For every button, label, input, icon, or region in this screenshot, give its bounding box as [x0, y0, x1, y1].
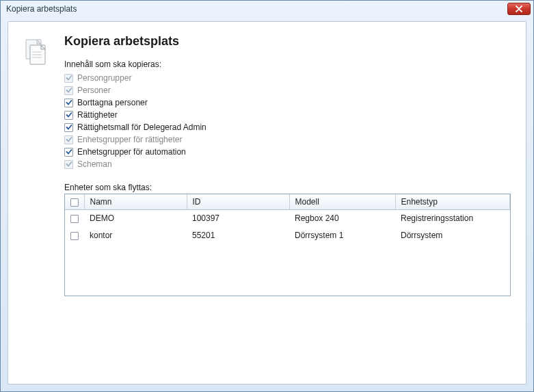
content-column: Kopiera arbetsplats Innehåll som ska kop…: [64, 34, 511, 296]
copy-option-label: Enhetsgrupper för rättigheter: [77, 135, 182, 144]
check-icon: [66, 99, 72, 106]
dialog-window: Kopiera arbetsplats Kopiera arb: [0, 0, 534, 392]
cell-id: 100397: [187, 210, 289, 227]
copy-option-label: Personer: [77, 86, 111, 95]
row-select-cell[interactable]: [65, 227, 84, 244]
copy-documents-icon: [19, 36, 52, 68]
col-name[interactable]: Namn: [84, 194, 187, 210]
copy-option-item: Persongrupper: [64, 72, 511, 84]
close-button[interactable]: [507, 3, 531, 15]
copy-option-label: Scheman: [77, 159, 112, 169]
check-icon: [66, 136, 72, 143]
copy-option-checkbox[interactable]: [64, 123, 73, 132]
main-panel: Kopiera arbetsplats Innehåll som ska kop…: [8, 21, 526, 384]
table-row[interactable]: kontor55201Dörrsystem 1Dörrsystem: [65, 227, 510, 244]
table-row[interactable]: DEMO100397Regbox 240Registreringsstation: [65, 210, 510, 227]
check-icon: [66, 112, 72, 118]
copy-option-label: Rättighetsmall för Delegerad Admin: [77, 122, 206, 132]
copy-option-item: Scheman: [64, 158, 511, 170]
window-title: Kopiera arbetsplats: [6, 4, 77, 14]
check-icon: [66, 75, 72, 81]
copy-option-item: Enhetsgrupper för automation: [64, 146, 511, 158]
copy-option-item: Rättigheter: [64, 109, 511, 121]
copy-option-item: Personer: [64, 84, 511, 96]
copy-option-label: Rättigheter: [77, 110, 118, 120]
copy-option-checkbox[interactable]: [64, 111, 73, 120]
col-type[interactable]: Enhetstyp: [395, 194, 510, 210]
devices-table: Namn ID Modell Enhetstyp DEMO100397Regbo…: [65, 194, 510, 244]
check-icon: [66, 87, 72, 94]
col-id[interactable]: ID: [187, 194, 289, 210]
cell-model: Regbox 240: [289, 210, 395, 227]
check-icon: [66, 148, 72, 155]
row-checkbox[interactable]: [70, 215, 79, 223]
cell-model: Dörrsystem 1: [289, 227, 395, 244]
devices-section-label: Enheter som ska flyttas:: [64, 183, 511, 192]
row-checkbox[interactable]: [70, 232, 79, 240]
copy-section-label: Innehåll som ska kopieras:: [64, 60, 511, 69]
col-model[interactable]: Modell: [289, 194, 395, 210]
devices-table-wrap: Namn ID Modell Enhetstyp DEMO100397Regbo…: [64, 194, 511, 296]
copy-option-checkbox[interactable]: [64, 148, 73, 157]
table-header-row: Namn ID Modell Enhetstyp: [65, 194, 510, 210]
copy-options-list: PersongrupperPersonerBorttagna personerR…: [64, 72, 511, 170]
select-all-header[interactable]: [65, 194, 84, 210]
titlebar: Kopiera arbetsplats: [1, 1, 533, 17]
header-row: Kopiera arbetsplats Innehåll som ska kop…: [19, 34, 511, 296]
cell-type: Dörrsystem: [395, 227, 510, 244]
copy-option-item: Borttagna personer: [64, 96, 511, 109]
copy-option-checkbox: [64, 135, 73, 144]
check-icon: [66, 161, 72, 168]
select-all-checkbox[interactable]: [70, 198, 79, 207]
copy-option-label: Enhetsgrupper för automation: [77, 147, 186, 157]
copy-option-item: Rättighetsmall för Delegerad Admin: [64, 121, 511, 133]
copy-option-checkbox: [64, 160, 73, 169]
copy-option-checkbox: [64, 86, 73, 95]
row-select-cell[interactable]: [65, 210, 84, 227]
cell-name: DEMO: [84, 210, 187, 227]
copy-option-label: Borttagna personer: [77, 98, 148, 107]
cell-type: Registreringsstation: [395, 210, 510, 227]
copy-option-item: Enhetsgrupper för rättigheter: [64, 133, 511, 146]
close-icon: [516, 5, 522, 12]
check-icon: [66, 124, 72, 131]
copy-option-label: Persongrupper: [77, 73, 131, 83]
page-title: Kopiera arbetsplats: [64, 34, 511, 49]
cell-name: kontor: [84, 227, 187, 244]
copy-option-checkbox[interactable]: [64, 99, 73, 107]
cell-id: 55201: [187, 227, 289, 244]
copy-option-checkbox: [64, 74, 73, 83]
